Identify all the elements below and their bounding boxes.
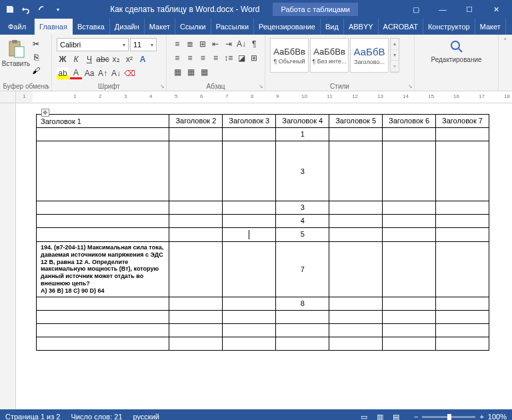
tab-file[interactable]: Файл [0, 19, 35, 35]
redo-icon[interactable] [35, 2, 49, 17]
shading-button[interactable]: ◪ [235, 52, 247, 64]
shrink-font-button[interactable]: A↓ [110, 67, 122, 79]
sort-button[interactable]: A↓ [235, 38, 247, 50]
superscript-button[interactable]: x² [123, 53, 135, 65]
group-clipboard: Вставить ✂ ⎘ 🖌 Буфер обмена ↘ [0, 35, 52, 91]
justify-button[interactable]: ≡ [210, 52, 221, 64]
table-header-4[interactable]: Заголовок 4 [276, 115, 329, 128]
save-icon[interactable] [3, 2, 17, 17]
table-header-7[interactable]: Заголовок 7 [436, 115, 489, 128]
table-header-2[interactable]: Заголовок 2 [169, 115, 223, 128]
show-marks-button[interactable]: ¶ [249, 38, 260, 50]
font-color-button[interactable]: A [70, 67, 82, 79]
tab-abbyy[interactable]: ABBYY [344, 19, 379, 35]
increase-indent-button[interactable]: ⇥ [223, 38, 234, 50]
table-header-6[interactable]: Заголовок 6 [383, 115, 436, 128]
decrease-indent-button[interactable]: ⇤ [210, 38, 221, 50]
strike-button[interactable]: abc [97, 53, 109, 65]
style-heading1[interactable]: АаБбВЗаголово... [350, 38, 389, 73]
document-table[interactable]: Заголовок 1 Заголовок 2 Заголовок 3 Заго… [36, 114, 489, 351]
group-styles: АаБбВв¶ Обычный АаБбВв¶ Без инте... АаБб… [265, 35, 415, 91]
table-move-handle[interactable]: ✥ [41, 109, 49, 117]
bold-button[interactable]: Ж [57, 53, 69, 65]
para-expand-icon[interactable]: ↘ [259, 83, 263, 89]
styles-expand-icon[interactable]: ↘ [408, 83, 413, 89]
font-expand-icon[interactable]: ↘ [160, 83, 165, 89]
horizontal-ruler[interactable]: 1123456789101112131415161718 [0, 91, 512, 103]
clipboard-expand-icon[interactable]: ↘ [45, 83, 50, 89]
status-lang[interactable]: русский [133, 413, 159, 420]
table-tools-contexttab: Работа с таблицами [273, 3, 357, 16]
cell-align-tl[interactable]: ▦ [171, 66, 183, 78]
window-buttons: ▢ — ☐ ✕ [403, 0, 509, 19]
close-icon[interactable]: ✕ [483, 0, 509, 19]
zoom-in-icon[interactable]: + [479, 413, 483, 420]
underline-button[interactable]: Ч [83, 53, 95, 65]
zoom-slider[interactable] [422, 416, 475, 418]
ribbon: Вставить ✂ ⎘ 🖌 Буфер обмена ↘ Calibri▾ 1… [0, 35, 512, 91]
tab-mailings[interactable]: Рассылки [211, 19, 254, 35]
grow-font-button[interactable]: A↑ [97, 67, 109, 79]
document-area: ✥ Заголовок 1 Заголовок 2 Заголовок 3 За… [0, 103, 512, 409]
align-left-button[interactable]: ≡ [171, 52, 183, 64]
editing-button[interactable]: Редактирование [443, 36, 470, 66]
numbering-button[interactable]: ≣ [184, 38, 195, 50]
tab-help[interactable]: ♀ Помощь [506, 19, 512, 35]
view-print-icon[interactable]: ▥ [373, 411, 387, 420]
italic-button[interactable]: К [70, 53, 82, 65]
style-nospace[interactable]: АаБбВв¶ Без инте... [310, 38, 349, 73]
tab-design[interactable]: Дизайн [110, 19, 145, 35]
minimize-icon[interactable]: — [429, 0, 456, 19]
subscript-button[interactable]: x₂ [110, 53, 122, 65]
tab-view[interactable]: Вид [321, 19, 344, 35]
multilevel-button[interactable]: ⊞ [197, 38, 209, 50]
copy-icon[interactable]: ⎘ [31, 52, 41, 63]
highlight-button[interactable]: ab [57, 67, 69, 79]
tab-home[interactable]: Главная [35, 19, 73, 35]
cell-align-tc[interactable]: ▦ [185, 66, 197, 78]
align-center-button[interactable]: ≡ [184, 52, 195, 64]
paste-button[interactable]: Вставить [3, 36, 29, 70]
zoom-level[interactable]: 100% [488, 413, 507, 420]
view-read-icon[interactable]: ▭ [357, 411, 371, 420]
bullets-button[interactable]: ≡ [171, 38, 183, 50]
status-words[interactable]: Число слов: 21 [71, 413, 122, 420]
zoom-out-icon[interactable]: − [414, 413, 418, 420]
cut-icon[interactable]: ✂ [31, 39, 41, 49]
tab-layout[interactable]: Макет [145, 19, 175, 35]
tab-acrobat[interactable]: ACROBAT [379, 19, 423, 35]
tab-review[interactable]: Рецензирование [254, 19, 321, 35]
clear-format-button[interactable]: ⌫ [123, 67, 135, 79]
status-page[interactable]: Страница 1 из 2 [5, 413, 60, 420]
font-name-combo[interactable]: Calibri▾ [57, 38, 129, 51]
table-header-5[interactable]: Заголовок 5 [329, 115, 383, 128]
text-effects-button[interactable]: A [137, 53, 149, 65]
tab-insert[interactable]: Вставка [73, 19, 110, 35]
svg-rect-2 [12, 40, 17, 43]
style-normal[interactable]: АаБбВв¶ Обычный [270, 38, 309, 73]
align-right-button[interactable]: ≡ [197, 52, 209, 64]
ribbon-options-icon[interactable]: ▢ [403, 0, 429, 19]
tab-table-design[interactable]: Конструктор [423, 19, 475, 35]
document-page[interactable]: ✥ Заголовок 1 Заголовок 2 Заголовок 3 За… [16, 103, 512, 409]
format-painter-icon[interactable]: 🖌 [31, 65, 41, 76]
maximize-icon[interactable]: ☐ [456, 0, 483, 19]
change-case-button[interactable]: Aa [83, 67, 95, 79]
question-text[interactable]: 194. (в7-204-11) Максимальная сила тока,… [41, 244, 165, 295]
view-web-icon[interactable]: ▤ [389, 411, 403, 420]
styles-nav[interactable]: ▴▾▿ [390, 38, 399, 73]
font-size-combo[interactable]: 11▾ [130, 38, 157, 51]
collapse-ribbon-icon[interactable]: ˄ [499, 35, 512, 91]
cell-align-tr[interactable]: ▦ [198, 66, 210, 78]
group-editing: Редактирование [415, 35, 499, 91]
borders-button[interactable]: ⊞ [249, 52, 260, 64]
table-header-1[interactable]: Заголовок 1 [37, 115, 169, 128]
table-header-3[interactable]: Заголовок 3 [223, 115, 276, 128]
zoom-control[interactable]: − + 100% [414, 413, 507, 420]
tab-references[interactable]: Ссылки [175, 19, 211, 35]
vertical-ruler[interactable] [0, 103, 16, 409]
tab-table-layout[interactable]: Макет [475, 19, 506, 35]
undo-icon[interactable] [19, 2, 33, 17]
line-spacing-button[interactable]: ↕≡ [223, 52, 234, 64]
qat-more-icon[interactable]: ▾ [51, 2, 65, 17]
